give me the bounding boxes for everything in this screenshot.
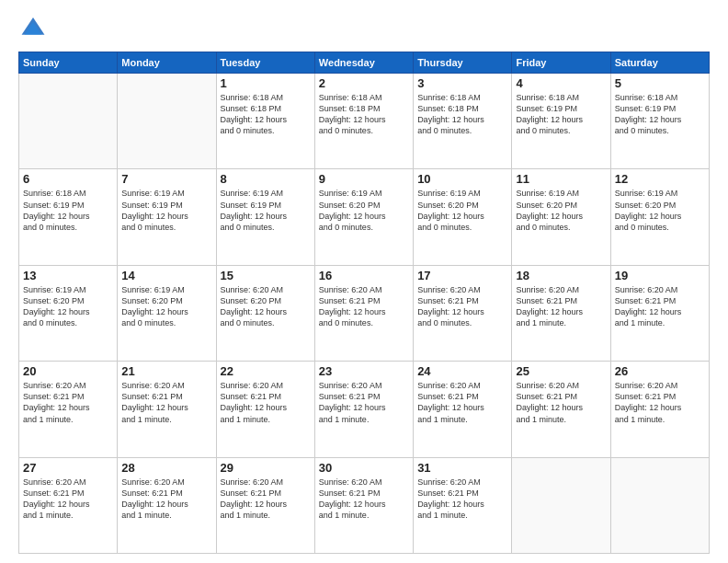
calendar-week-row: 20Sunrise: 6:20 AM Sunset: 6:21 PM Dayli…	[19, 362, 710, 457]
table-row: 22Sunrise: 6:20 AM Sunset: 6:21 PM Dayli…	[216, 362, 314, 457]
table-row: 14Sunrise: 6:19 AM Sunset: 6:20 PM Dayli…	[118, 265, 216, 361]
table-row: 12Sunrise: 6:19 AM Sunset: 6:20 PM Dayli…	[610, 169, 709, 265]
table-row	[512, 457, 610, 553]
table-row: 15Sunrise: 6:20 AM Sunset: 6:20 PM Dayli…	[216, 265, 314, 361]
table-row: 31Sunrise: 6:20 AM Sunset: 6:21 PM Dayli…	[414, 457, 512, 553]
calendar-week-row: 13Sunrise: 6:19 AM Sunset: 6:20 PM Dayli…	[19, 265, 710, 361]
day-info: Sunrise: 6:20 AM Sunset: 6:21 PM Dayligh…	[417, 477, 507, 522]
day-number: 8	[221, 172, 311, 186]
table-row: 27Sunrise: 6:20 AM Sunset: 6:21 PM Dayli…	[19, 457, 118, 553]
day-info: Sunrise: 6:18 AM Sunset: 6:18 PM Dayligh…	[319, 92, 409, 137]
day-info: Sunrise: 6:19 AM Sunset: 6:19 PM Dayligh…	[221, 188, 311, 233]
day-info: Sunrise: 6:20 AM Sunset: 6:21 PM Dayligh…	[417, 380, 507, 425]
logo-icon	[20, 15, 46, 40]
table-row: 28Sunrise: 6:20 AM Sunset: 6:21 PM Dayli…	[118, 457, 216, 553]
day-number: 27	[23, 461, 113, 475]
day-header-monday: Monday	[118, 52, 216, 74]
day-info: Sunrise: 6:18 AM Sunset: 6:18 PM Dayligh…	[417, 92, 507, 137]
day-info: Sunrise: 6:20 AM Sunset: 6:21 PM Dayligh…	[319, 477, 409, 522]
day-header-friday: Friday	[512, 52, 610, 74]
table-row: 11Sunrise: 6:19 AM Sunset: 6:20 PM Dayli…	[512, 169, 610, 265]
day-info: Sunrise: 6:20 AM Sunset: 6:21 PM Dayligh…	[121, 380, 211, 425]
day-info: Sunrise: 6:19 AM Sunset: 6:20 PM Dayligh…	[516, 188, 606, 233]
day-info: Sunrise: 6:20 AM Sunset: 6:21 PM Dayligh…	[23, 477, 113, 522]
day-number: 26	[615, 364, 705, 378]
day-info: Sunrise: 6:18 AM Sunset: 6:18 PM Dayligh…	[221, 92, 311, 137]
table-row: 16Sunrise: 6:20 AM Sunset: 6:21 PM Dayli…	[314, 265, 413, 361]
day-info: Sunrise: 6:20 AM Sunset: 6:21 PM Dayligh…	[615, 284, 705, 329]
day-info: Sunrise: 6:20 AM Sunset: 6:21 PM Dayligh…	[319, 380, 409, 425]
calendar-table: SundayMondayTuesdayWednesdayThursdayFrid…	[18, 52, 710, 554]
table-row: 21Sunrise: 6:20 AM Sunset: 6:21 PM Dayli…	[118, 362, 216, 457]
table-row: 2Sunrise: 6:18 AM Sunset: 6:18 PM Daylig…	[314, 74, 413, 169]
day-header-thursday: Thursday	[414, 52, 512, 74]
day-number: 1	[221, 76, 311, 90]
calendar-week-row: 1Sunrise: 6:18 AM Sunset: 6:18 PM Daylig…	[19, 74, 710, 169]
table-row: 13Sunrise: 6:19 AM Sunset: 6:20 PM Dayli…	[19, 265, 118, 361]
day-number: 14	[121, 269, 211, 282]
table-row: 23Sunrise: 6:20 AM Sunset: 6:21 PM Dayli…	[314, 362, 413, 457]
day-info: Sunrise: 6:20 AM Sunset: 6:21 PM Dayligh…	[221, 477, 311, 522]
day-number: 7	[121, 172, 211, 186]
day-info: Sunrise: 6:19 AM Sunset: 6:20 PM Dayligh…	[23, 284, 113, 329]
table-row: 26Sunrise: 6:20 AM Sunset: 6:21 PM Dayli…	[610, 362, 709, 457]
table-row	[19, 74, 118, 169]
day-number: 5	[615, 76, 705, 90]
day-number: 21	[121, 364, 211, 378]
day-number: 25	[516, 364, 606, 378]
table-row: 29Sunrise: 6:20 AM Sunset: 6:21 PM Dayli…	[216, 457, 314, 553]
calendar-week-row: 6Sunrise: 6:18 AM Sunset: 6:19 PM Daylig…	[19, 169, 710, 265]
calendar-header-row: SundayMondayTuesdayWednesdayThursdayFrid…	[19, 52, 710, 74]
logo	[18, 15, 50, 44]
day-info: Sunrise: 6:20 AM Sunset: 6:21 PM Dayligh…	[417, 284, 507, 329]
header	[18, 15, 710, 44]
day-info: Sunrise: 6:19 AM Sunset: 6:20 PM Dayligh…	[121, 284, 211, 329]
day-number: 29	[221, 461, 311, 475]
day-info: Sunrise: 6:20 AM Sunset: 6:21 PM Dayligh…	[23, 380, 113, 425]
day-number: 13	[23, 269, 113, 282]
day-header-wednesday: Wednesday	[314, 52, 413, 74]
day-info: Sunrise: 6:20 AM Sunset: 6:21 PM Dayligh…	[319, 284, 409, 329]
table-row: 1Sunrise: 6:18 AM Sunset: 6:18 PM Daylig…	[216, 74, 314, 169]
day-number: 6	[23, 172, 113, 186]
table-row: 24Sunrise: 6:20 AM Sunset: 6:21 PM Dayli…	[414, 362, 512, 457]
day-number: 11	[516, 172, 606, 186]
day-number: 4	[516, 76, 606, 90]
table-row: 19Sunrise: 6:20 AM Sunset: 6:21 PM Dayli…	[610, 265, 709, 361]
day-number: 31	[417, 461, 507, 475]
table-row: 5Sunrise: 6:18 AM Sunset: 6:19 PM Daylig…	[610, 74, 709, 169]
day-info: Sunrise: 6:20 AM Sunset: 6:21 PM Dayligh…	[121, 477, 211, 522]
day-info: Sunrise: 6:20 AM Sunset: 6:21 PM Dayligh…	[221, 380, 311, 425]
table-row: 30Sunrise: 6:20 AM Sunset: 6:21 PM Dayli…	[314, 457, 413, 553]
table-row: 8Sunrise: 6:19 AM Sunset: 6:19 PM Daylig…	[216, 169, 314, 265]
table-row: 3Sunrise: 6:18 AM Sunset: 6:18 PM Daylig…	[414, 74, 512, 169]
day-info: Sunrise: 6:19 AM Sunset: 6:20 PM Dayligh…	[319, 188, 409, 233]
day-number: 2	[319, 76, 409, 90]
table-row: 6Sunrise: 6:18 AM Sunset: 6:19 PM Daylig…	[19, 169, 118, 265]
day-number: 20	[23, 364, 113, 378]
day-number: 15	[221, 269, 311, 282]
day-info: Sunrise: 6:20 AM Sunset: 6:21 PM Dayligh…	[615, 380, 705, 425]
day-number: 28	[121, 461, 211, 475]
day-info: Sunrise: 6:18 AM Sunset: 6:19 PM Dayligh…	[23, 188, 113, 233]
day-number: 22	[221, 364, 311, 378]
day-info: Sunrise: 6:18 AM Sunset: 6:19 PM Dayligh…	[615, 92, 705, 137]
day-number: 12	[615, 172, 705, 186]
table-row: 9Sunrise: 6:19 AM Sunset: 6:20 PM Daylig…	[314, 169, 413, 265]
day-info: Sunrise: 6:20 AM Sunset: 6:21 PM Dayligh…	[516, 284, 606, 329]
day-number: 3	[417, 76, 507, 90]
page: SundayMondayTuesdayWednesdayThursdayFrid…	[0, 0, 728, 563]
day-number: 23	[319, 364, 409, 378]
day-number: 10	[417, 172, 507, 186]
day-info: Sunrise: 6:19 AM Sunset: 6:19 PM Dayligh…	[121, 188, 211, 233]
day-number: 30	[319, 461, 409, 475]
day-info: Sunrise: 6:18 AM Sunset: 6:19 PM Dayligh…	[516, 92, 606, 137]
table-row: 7Sunrise: 6:19 AM Sunset: 6:19 PM Daylig…	[118, 169, 216, 265]
table-row: 10Sunrise: 6:19 AM Sunset: 6:20 PM Dayli…	[414, 169, 512, 265]
day-info: Sunrise: 6:19 AM Sunset: 6:20 PM Dayligh…	[615, 188, 705, 233]
day-number: 16	[319, 269, 409, 282]
day-header-saturday: Saturday	[610, 52, 709, 74]
day-number: 9	[319, 172, 409, 186]
day-header-tuesday: Tuesday	[216, 52, 314, 74]
table-row: 25Sunrise: 6:20 AM Sunset: 6:21 PM Dayli…	[512, 362, 610, 457]
